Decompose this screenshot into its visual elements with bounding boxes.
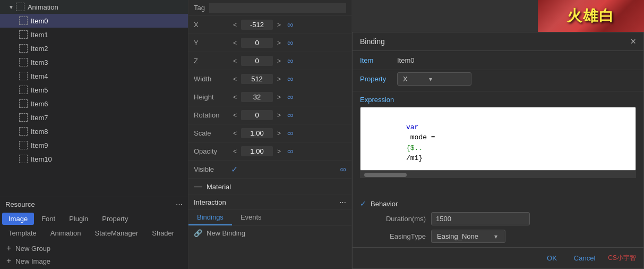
prop-rotation-link-icon[interactable]: ∞ (287, 111, 293, 120)
tree-root-animation[interactable]: ▼ Animation (0, 0, 188, 14)
tab-template[interactable]: Template (2, 227, 43, 239)
tab-image[interactable]: Image (2, 213, 34, 225)
editor-scrollbar[interactable] (360, 171, 636, 178)
prop-visible-check[interactable]: ✓ (231, 164, 238, 174)
expression-label: Expression (360, 96, 636, 104)
prop-row-width: Width < 512 > ∞ (188, 70, 351, 88)
prop-y-value[interactable]: 0 (241, 38, 273, 48)
prop-opacity-right-arrow[interactable]: > (275, 147, 283, 156)
prop-height-link-icon[interactable]: ∞ (287, 93, 293, 102)
tab-property[interactable]: Property (96, 213, 134, 225)
tree-item-item5[interactable]: Item5 (0, 83, 188, 97)
prop-visible-link-icon[interactable]: ∞ (340, 165, 346, 174)
tab-bindings[interactable]: Bindings (188, 210, 232, 225)
tree-item-item2[interactable]: Item2 (0, 41, 188, 55)
prop-z-link-icon[interactable]: ∞ (287, 56, 293, 66)
easing-label: EasingType (373, 232, 426, 240)
tree-item-item1[interactable]: Item1 (0, 28, 188, 41)
prop-y-left-arrow[interactable]: < (231, 38, 239, 48)
binding-item-field: Item Item0 (360, 56, 415, 64)
prop-z-left-arrow[interactable]: < (231, 56, 239, 66)
prop-height-right-arrow[interactable]: > (275, 93, 283, 102)
behavior-section: ✓ Behavior Duration(ms) EasingType Easin… (353, 195, 643, 247)
expression-section: Expression var mode = {$.. /m1} (mode ==… (353, 91, 643, 195)
cancel-button[interactable]: Cancel (568, 252, 602, 264)
prop-rotation-controls: < 0 > ∞ (231, 110, 346, 120)
tab-shader[interactable]: Shader (145, 227, 181, 239)
tree-root-label: Animation (28, 3, 58, 11)
prop-rotation-label: Rotation (194, 111, 231, 119)
binding-close-button[interactable]: × (630, 37, 636, 46)
tree-item-item8[interactable]: Item8 (0, 124, 188, 138)
prop-x-link-icon[interactable]: ∞ (287, 20, 293, 30)
tree-root-icon (16, 3, 24, 11)
prop-x-left-arrow[interactable]: < (231, 20, 239, 30)
prop-rotation-left-arrow[interactable]: < (231, 111, 239, 120)
new-image-action[interactable]: + New Image (4, 255, 184, 267)
prop-height-label: Height (194, 93, 231, 101)
prop-scale-right-arrow[interactable]: > (275, 129, 283, 138)
interaction-title: Interaction (194, 198, 226, 206)
ok-button[interactable]: OK (540, 252, 563, 264)
tree-item-item6[interactable]: Item6 (0, 97, 188, 111)
scrollbar-thumb (364, 173, 407, 177)
prop-z-value[interactable]: 0 (241, 56, 273, 66)
prop-opacity-link-icon[interactable]: ∞ (287, 147, 293, 156)
tab-events[interactable]: Events (232, 210, 270, 225)
binding-property-select-value: X (403, 75, 408, 83)
tree-item-item4[interactable]: Item4 (0, 69, 188, 83)
resource-header: Resource ⋯ (0, 197, 188, 212)
tab-statemanager[interactable]: StateManager (89, 227, 145, 239)
tree-item-item9[interactable]: Item9 (0, 138, 188, 152)
prop-x-label: X (194, 21, 231, 29)
prop-scale-label: Scale (194, 129, 231, 137)
material-collapse-icon[interactable]: — (194, 182, 202, 191)
prop-width-value[interactable]: 512 (241, 74, 273, 84)
tree-item7-label: Item7 (31, 114, 48, 122)
easing-select[interactable]: Easing_None ▾ (431, 230, 505, 243)
prop-z-right-arrow[interactable]: > (275, 56, 283, 66)
prop-row-y: Y < 0 > ∞ (188, 34, 351, 52)
tree-item0-icon (19, 16, 28, 25)
binding-property-select[interactable]: X ▾ (397, 72, 471, 86)
tree-item-item3[interactable]: Item3 (0, 55, 188, 69)
prop-height-value[interactable]: 32 (241, 92, 273, 102)
prop-x-value[interactable]: -512 (241, 20, 273, 30)
interaction-tabs: Bindings Events (188, 210, 351, 226)
prop-row-rotation: Rotation < 0 > ∞ (188, 106, 351, 124)
tab-plugin[interactable]: Plugin (63, 213, 95, 225)
prop-y-right-arrow[interactable]: > (275, 38, 283, 48)
prop-width-right-arrow[interactable]: > (275, 74, 283, 84)
tab-animation[interactable]: Animation (44, 227, 88, 239)
prop-scale-left-arrow[interactable]: < (231, 129, 239, 138)
right-panel: 火雄白 Binding × Item Item0 Property X ▾ Ex… (352, 0, 644, 269)
duration-input[interactable] (431, 212, 530, 225)
tree-item-item7[interactable]: Item7 (0, 111, 188, 124)
prop-rotation-value[interactable]: 0 (241, 110, 273, 120)
new-group-action[interactable]: + New Group (4, 242, 184, 254)
tree-item-item10[interactable]: Item10 (0, 152, 188, 166)
prop-scale-link-icon[interactable]: ∞ (287, 129, 293, 138)
prop-scale-value[interactable]: 1.00 (241, 128, 273, 138)
prop-width-left-arrow[interactable]: < (231, 74, 239, 84)
prop-rotation-right-arrow[interactable]: > (275, 111, 283, 120)
prop-opacity-value[interactable]: 1.00 (241, 146, 273, 156)
prop-height-left-arrow[interactable]: < (231, 93, 239, 102)
tree-item8-icon (19, 127, 28, 136)
interaction-menu-icon[interactable]: ⋯ (339, 198, 346, 206)
expression-editor[interactable]: var mode = {$.. /m1} (mode == 0 ): -512 … (360, 107, 636, 171)
middle-panel: Tag X < -512 > ∞ Y < 0 > ∞ Z < 0 > ∞ Wid (188, 0, 352, 269)
behavior-checkbox[interactable]: ✓ (360, 199, 366, 208)
tag-input[interactable] (209, 3, 346, 13)
prop-width-link-icon[interactable]: ∞ (287, 74, 293, 84)
prop-opacity-left-arrow[interactable]: < (231, 147, 239, 156)
resource-menu-icon[interactable]: ⋯ (176, 200, 183, 208)
tree-item-item0[interactable]: Item0 (0, 14, 188, 28)
tab-font[interactable]: Font (35, 213, 62, 225)
tree-item3-icon (19, 58, 28, 66)
binding-dialog-title: Binding (360, 37, 385, 46)
new-binding-row[interactable]: 🔗 New Binding (188, 226, 351, 240)
prop-x-right-arrow[interactable]: > (275, 20, 283, 30)
binding-fields-row: Item Item0 (353, 51, 643, 70)
prop-y-link-icon[interactable]: ∞ (287, 38, 293, 48)
